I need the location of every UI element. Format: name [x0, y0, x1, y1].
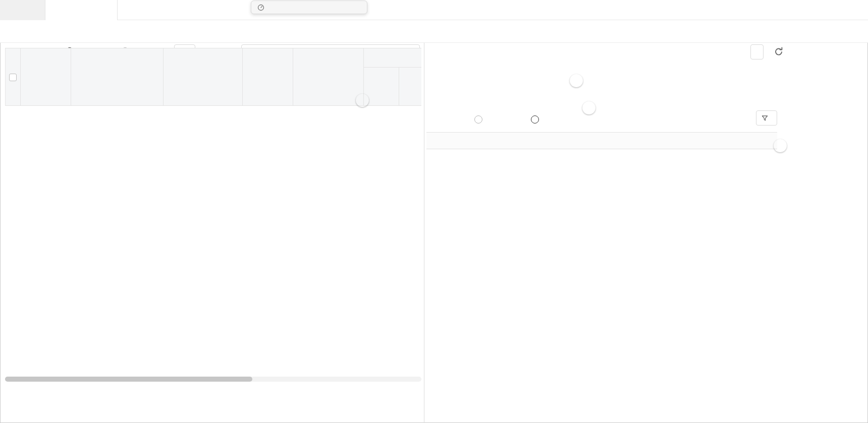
annotation-badge-3 — [582, 101, 595, 114]
col-header-kho-phong — [164, 48, 243, 106]
select-all-checkbox[interactable] — [9, 74, 17, 81]
col-header-mon-hoc — [243, 48, 293, 106]
memory-usage-tooltip — [251, 1, 367, 14]
close-icon[interactable] — [853, 49, 866, 63]
app-window — [0, 0, 868, 423]
col-header-ten-thiet-bi — [71, 48, 164, 106]
tab-quy-trinh[interactable] — [0, 0, 45, 20]
horizontal-scrollbar[interactable] — [5, 377, 421, 382]
annotation-box-status-column — [725, 148, 777, 340]
col-group-so-luong — [364, 48, 421, 105]
device-table-header — [6, 48, 421, 106]
borrow-table-header — [426, 133, 777, 149]
borrow-table — [426, 132, 777, 149]
funnel-icon — [762, 115, 768, 122]
top-tab-bar — [0, 0, 868, 20]
radio-unselected-icon[interactable] — [474, 115, 482, 124]
refresh-button[interactable] — [773, 46, 784, 58]
filter-button-detail[interactable] — [756, 110, 777, 126]
toolbar — [0, 20, 868, 43]
col-header-hong — [399, 68, 421, 105]
refresh-icon — [773, 46, 784, 57]
annotation-box-selected-row — [69, 105, 366, 126]
panel-divider — [424, 43, 424, 423]
device-table — [5, 48, 421, 106]
col-group-subheaders — [364, 68, 421, 105]
col-header-sl — [364, 68, 399, 105]
collapse-panel-button[interactable] — [862, 190, 868, 204]
checkbox-header-cell — [6, 48, 21, 106]
radio-da-dang-ky[interactable] — [474, 115, 486, 124]
col-header-ma-thiet-bi — [21, 48, 71, 106]
device-table-inner — [5, 48, 421, 106]
export-button[interactable] — [750, 44, 764, 59]
scrollbar-thumb[interactable] — [5, 377, 252, 382]
annotation-badge-2 — [570, 74, 583, 87]
radio-selected-icon[interactable] — [531, 115, 539, 124]
tab-danh-sach-thiet-bi[interactable] — [45, 0, 118, 20]
gauge-icon — [257, 4, 264, 11]
annotation-box-tab — [505, 86, 578, 103]
radio-dang-muon[interactable] — [531, 115, 543, 124]
col-header-loai-thiet-bi — [293, 48, 364, 106]
col-group-header — [364, 48, 421, 68]
